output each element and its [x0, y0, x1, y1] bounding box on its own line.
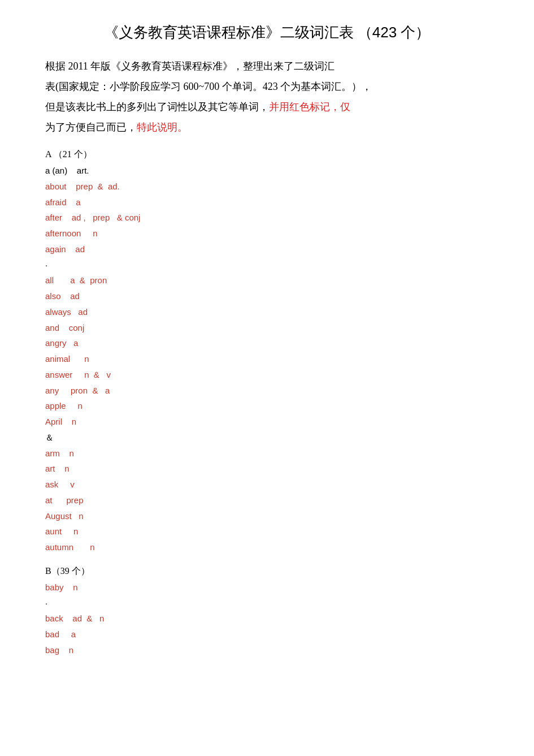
- intro-line3: 但是该表比书上的多列出了词性以及其它等单词，: [45, 101, 269, 113]
- word-entry: answer n & v: [45, 367, 489, 383]
- word-list: A （21 个）a (an) art.about prep & ad.afrai…: [45, 149, 489, 658]
- word-entry: art n: [45, 461, 489, 477]
- word-entry: ·: [45, 595, 489, 611]
- word-entry: ·: [45, 257, 489, 273]
- word-entry: any pron & a: [45, 383, 489, 399]
- word-entry: also ad: [45, 288, 489, 304]
- intro-line2: 表(国家规定：小学阶段应学习 600~700 个单词。423 个为基本词汇。），: [45, 81, 372, 92]
- word-entry: animal n: [45, 351, 489, 367]
- word-entry: aunt n: [45, 524, 489, 539]
- word-entry: apple n: [45, 398, 489, 414]
- word-entry: all a & pron: [45, 273, 489, 288]
- word-entry: autumn n: [45, 539, 489, 555]
- word-entry: again ad: [45, 241, 489, 257]
- word-entry: afternoon n: [45, 226, 489, 241]
- intro-line3b: 并用红色标记，仅: [269, 101, 350, 113]
- word-entry: ＆: [45, 430, 489, 446]
- word-entry: back ad & n: [45, 611, 489, 627]
- word-entry: August n: [45, 508, 489, 524]
- page-title: 《义务教育英语课程标准》二级词汇表 （423 个）: [45, 23, 489, 42]
- word-entry: baby n: [45, 580, 489, 595]
- section-header: B（39 个）: [45, 565, 489, 577]
- word-entry: angry a: [45, 335, 489, 351]
- intro-line1: 根据 2011 年版《义务教育英语课程标准》，整理出来了二级词汇: [45, 61, 335, 72]
- word-entry: and conj: [45, 320, 489, 336]
- word-entry: bad a: [45, 627, 489, 642]
- section-header: A （21 个）: [45, 149, 489, 161]
- word-entry: arm n: [45, 446, 489, 461]
- word-entry: a (an) art.: [45, 163, 489, 179]
- word-entry: ask v: [45, 477, 489, 493]
- word-entry: bag n: [45, 642, 489, 658]
- intro-line4b: 特此说明。: [137, 122, 188, 133]
- word-entry: afraid a: [45, 195, 489, 210]
- intro-block: 根据 2011 年版《义务教育英语课程标准》，整理出来了二级词汇 表(国家规定：…: [45, 56, 489, 137]
- word-entry: after ad , prep & conj: [45, 210, 489, 226]
- word-entry: at prep: [45, 493, 489, 508]
- word-entry: about prep & ad.: [45, 179, 489, 195]
- intro-line4: 为了方便自己而已，: [45, 122, 137, 133]
- word-entry: always ad: [45, 304, 489, 320]
- word-entry: April n: [45, 414, 489, 430]
